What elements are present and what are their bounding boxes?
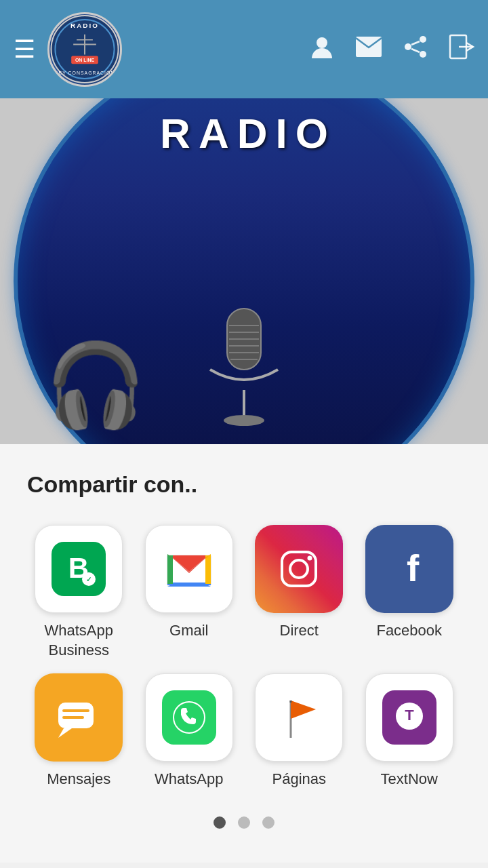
dot-3[interactable]	[262, 816, 274, 829]
mensajes-label: Mensajes	[47, 770, 110, 789]
svg-text:ON LINE: ON LINE	[75, 58, 94, 62]
direct-icon	[255, 525, 343, 613]
svg-point-51	[174, 703, 204, 732]
app-textnow[interactable]: T TextNow	[358, 673, 462, 789]
dot-1[interactable]	[214, 816, 226, 829]
svg-point-13	[420, 51, 426, 58]
facebook-label: Facebook	[376, 621, 442, 641]
gmail-label: Gmail	[169, 621, 208, 641]
svg-text:REY CONSAGRACIÓN: REY CONSAGRACIÓN	[54, 70, 115, 75]
whatsapp-label: WhatsApp	[155, 770, 224, 789]
svg-text:T: T	[405, 707, 414, 724]
app-header: ☰ RADIO ON LINE REY	[0, 0, 488, 98]
gmail-icon	[145, 525, 233, 613]
direct-label: Direct	[280, 621, 319, 641]
svg-marker-37	[167, 584, 211, 587]
svg-text:f: f	[407, 547, 420, 589]
share-section: Compartir con.. B ✓ WhatsAppBusiness	[0, 444, 488, 863]
svg-text:RADIO: RADIO	[70, 21, 99, 28]
paginas-label: Páginas	[272, 770, 326, 789]
header-actions	[309, 34, 474, 65]
app-paginas[interactable]: Páginas	[247, 673, 351, 789]
app-gmail[interactable]: Gmail	[138, 525, 241, 660]
svg-line-15	[411, 49, 420, 52]
share-icon[interactable]	[403, 34, 428, 65]
app-whatsapp[interactable]: WhatsApp	[138, 673, 241, 789]
radio-logo-large: RADIO 🎧	[14, 98, 474, 444]
whatsapp-icon	[145, 673, 233, 762]
svg-point-11	[420, 36, 426, 43]
logo-svg: RADIO ON LINE REY CONSAGRACIÓN	[49, 14, 121, 85]
radio-text: RADIO	[160, 109, 328, 157]
hero-banner: RADIO 🎧	[0, 98, 488, 444]
svg-point-41	[290, 560, 308, 578]
whatsapp-business-icon: B ✓	[35, 525, 123, 613]
mensajes-icon	[35, 673, 123, 762]
svg-rect-44	[58, 703, 94, 728]
facebook-icon: f	[365, 525, 453, 613]
paginas-icon	[255, 673, 343, 762]
svg-line-14	[411, 41, 420, 45]
app-direct[interactable]: Direct	[247, 525, 351, 660]
mail-icon[interactable]	[355, 36, 382, 63]
microphone-icon	[190, 295, 298, 431]
menu-icon[interactable]: ☰	[14, 35, 35, 64]
app-facebook[interactable]: f Facebook	[358, 525, 462, 660]
svg-marker-35	[167, 554, 173, 584]
header-left: ☰ RADIO ON LINE REY	[14, 12, 122, 87]
textnow-icon: T	[365, 673, 453, 762]
logout-icon[interactable]	[449, 34, 474, 65]
app-logo: RADIO ON LINE REY CONSAGRACIÓN	[47, 12, 122, 87]
svg-point-42	[308, 556, 312, 561]
dot-2[interactable]	[238, 816, 250, 829]
textnow-label: TextNow	[381, 770, 438, 789]
svg-text:✓: ✓	[86, 576, 92, 583]
svg-marker-36	[205, 554, 211, 584]
svg-point-26	[224, 415, 264, 426]
svg-marker-53	[291, 701, 316, 719]
svg-point-12	[405, 43, 411, 50]
share-title: Compartir con..	[27, 471, 461, 498]
person-icon[interactable]	[309, 34, 335, 65]
apps-grid: B ✓ WhatsAppBusiness	[27, 525, 461, 789]
pagination-dots	[27, 796, 461, 842]
svg-marker-45	[58, 728, 72, 738]
whatsapp-business-label: WhatsAppBusiness	[45, 621, 114, 660]
svg-point-9	[317, 37, 327, 48]
app-whatsapp-business[interactable]: B ✓ WhatsAppBusiness	[27, 525, 131, 660]
app-mensajes[interactable]: Mensajes	[27, 673, 131, 789]
